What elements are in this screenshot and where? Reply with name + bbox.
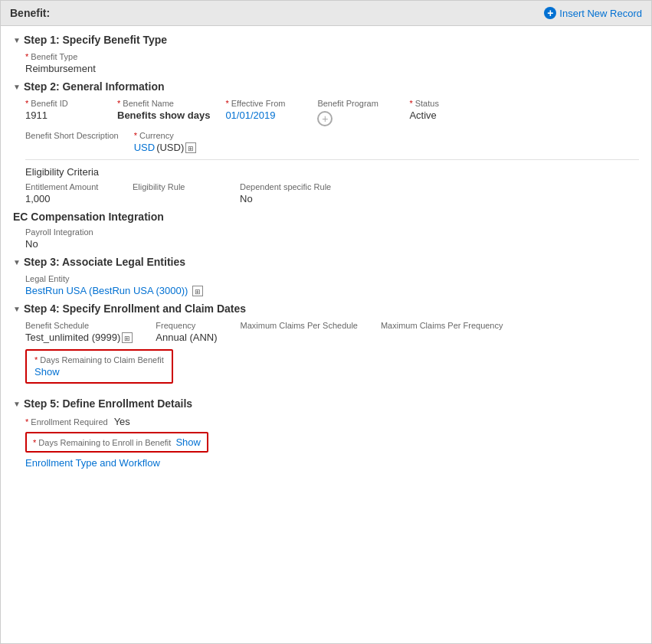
benefit-name-label: Benefit Name	[117, 99, 210, 108]
max-claims-schedule-col: Maximum Claims Per Schedule	[241, 321, 358, 343]
eligibility-criteria-title: Eligibility Criteria	[25, 166, 639, 178]
benefit-id-value: 1911	[25, 110, 102, 121]
step1-body: Benefit Type Reimbursement	[13, 52, 639, 74]
frequency-value: Annual	[156, 332, 186, 343]
eligibility-rule-field: Eligibility Rule	[133, 182, 209, 204]
days-remaining-claim-label: Days Remaining to Claim Benefit	[34, 355, 164, 364]
header-bar: Benefit: + Insert New Record	[1, 1, 651, 26]
legal-entity-value: BestRun USA (BestRun USA (3000))	[25, 285, 188, 296]
legal-entity-field: Legal Entity BestRun USA (BestRun USA (3…	[25, 274, 639, 296]
effective-from-field: Effective From 01/01/2019	[225, 99, 302, 126]
frequency-label: Frequency	[156, 321, 217, 330]
benefit-type-field: Benefit Type Reimbursement	[25, 52, 639, 74]
page-container: Benefit: + Insert New Record ▼ Step 1: S…	[0, 0, 652, 644]
step5-body: Enrollment Required Yes Days Remaining t…	[13, 416, 639, 469]
divider-1	[25, 159, 639, 160]
step4-body: Benefit Schedule Test_unlimited (9999) ⊞…	[13, 321, 639, 391]
status-value: Active	[409, 110, 486, 121]
frequency-code: (ANN)	[189, 332, 217, 343]
benefit-program-field: Benefit Program +	[317, 99, 394, 126]
ec-title: EC Compensation Integration	[13, 211, 639, 223]
dependent-rule-field: Dependent specific Rule No	[240, 182, 331, 204]
legal-entity-value-row: BestRun USA (BestRun USA (3000)) ⊞	[25, 285, 639, 296]
step3-section: ▼ Step 3: Associate Legal Entities Legal…	[13, 256, 639, 296]
step4-title: Step 4: Specify Enrollment and Claim Dat…	[24, 302, 246, 315]
benefit-program-label: Benefit Program	[317, 99, 394, 108]
step3-header: ▼ Step 3: Associate Legal Entities	[13, 256, 639, 268]
step2-section: ▼ Step 2: General Information Benefit ID…	[13, 80, 639, 204]
step5-title: Step 5: Define Enrollment Details	[24, 397, 192, 410]
step1-header: ▼ Step 1: Specify Benefit Type	[13, 34, 639, 46]
eligibility-row: Entitlement Amount 1,000 Eligibility Rul…	[25, 182, 639, 204]
benefit-program-add-button[interactable]: +	[317, 111, 333, 126]
benefit-type-value: Reimbursement	[25, 63, 639, 74]
short-desc-label: Benefit Short Description	[25, 131, 119, 140]
enrollment-required-row: Enrollment Required Yes	[25, 416, 639, 427]
short-desc-field: Benefit Short Description	[25, 131, 119, 153]
dependent-rule-value: No	[240, 193, 331, 204]
currency-field: Currency USD (USD) ⊞	[134, 131, 211, 153]
frequency-value-row: Annual (ANN)	[156, 332, 217, 343]
insert-new-record-label: Insert New Record	[559, 8, 642, 19]
step1-title: Step 1: Specify Benefit Type	[24, 34, 167, 46]
step3-body: Legal Entity BestRun USA (BestRun USA (3…	[13, 274, 639, 296]
step2-title: Step 2: General Information	[24, 80, 165, 93]
step2-body: Benefit ID 1911 Benefit Name Benefits sh…	[13, 99, 639, 204]
benefit-schedule-label: Benefit Schedule	[25, 321, 133, 330]
eligibility-rule-label: Eligibility Rule	[133, 182, 209, 191]
benefit-schedule-value: Test_unlimited (9999)	[25, 332, 120, 343]
step1-section: ▼ Step 1: Specify Benefit Type Benefit T…	[13, 34, 639, 74]
max-claims-frequency-label: Maximum Claims Per Frequency	[381, 321, 503, 330]
step5-section: ▼ Step 5: Define Enrollment Details Enro…	[13, 397, 639, 469]
payroll-value: No	[25, 238, 639, 250]
benefit-id-field: Benefit ID 1911	[25, 99, 102, 126]
days-remaining-enroll-label: Days Remaining to Enroll in Benefit	[33, 438, 171, 447]
max-claims-schedule-label: Maximum Claims Per Schedule	[241, 321, 358, 330]
enrollment-required-value: Yes	[114, 416, 130, 427]
collapse-triangle-5[interactable]: ▼	[13, 400, 21, 408]
benefit-schedule-col: Benefit Schedule Test_unlimited (9999) ⊞	[25, 321, 133, 343]
entitlement-amount-label: Entitlement Amount	[25, 182, 102, 191]
insert-new-record-button[interactable]: + Insert New Record	[544, 7, 642, 19]
currency-table-icon[interactable]: ⊞	[185, 142, 196, 153]
days-remaining-enroll-container: Days Remaining to Enroll in Benefit Show	[25, 432, 208, 453]
collapse-triangle-2[interactable]: ▼	[13, 83, 21, 91]
benefit-type-label: Benefit Type	[25, 52, 639, 61]
status-label: Status	[409, 99, 486, 108]
max-claims-frequency-col: Maximum Claims Per Frequency	[381, 321, 503, 343]
dependent-rule-label: Dependent specific Rule	[240, 182, 331, 191]
benefit-schedule-value-row: Test_unlimited (9999) ⊞	[25, 332, 133, 343]
benefit-name-value: Benefits show days	[117, 110, 210, 121]
schedule-row: Benefit Schedule Test_unlimited (9999) ⊞…	[25, 321, 639, 343]
collapse-triangle-1[interactable]: ▼	[13, 36, 21, 44]
effective-from-value: 01/01/2019	[225, 110, 302, 121]
main-content: ▼ Step 1: Specify Benefit Type Benefit T…	[1, 26, 651, 482]
ec-body: Payroll Integration No	[13, 227, 639, 250]
currency-value: USD	[134, 142, 155, 153]
status-field: Status Active	[409, 99, 486, 126]
plus-circle-icon: +	[544, 7, 556, 19]
currency-code: (USD)	[156, 142, 184, 153]
days-remaining-claim-container: Days Remaining to Claim Benefit Show	[25, 349, 173, 384]
collapse-triangle-3[interactable]: ▼	[13, 258, 21, 266]
step4-section: ▼ Step 4: Specify Enrollment and Claim D…	[13, 302, 639, 391]
payroll-field: Payroll Integration No	[25, 227, 639, 250]
entitlement-amount-value: 1,000	[25, 193, 102, 204]
days-remaining-enroll-show-link[interactable]: Show	[175, 436, 201, 448]
currency-value-row: USD (USD) ⊞	[134, 142, 211, 153]
step3-title: Step 3: Associate Legal Entities	[24, 256, 185, 268]
enrollment-required-label: Enrollment Required	[25, 417, 108, 427]
step2-row1: Benefit ID 1911 Benefit Name Benefits sh…	[25, 99, 639, 126]
collapse-triangle-4[interactable]: ▼	[13, 305, 21, 313]
legal-entity-table-icon[interactable]: ⊞	[192, 286, 203, 296]
entitlement-amount-field: Entitlement Amount 1,000	[25, 182, 102, 204]
step2-row2: Benefit Short Description Currency USD (…	[25, 131, 639, 153]
effective-from-label: Effective From	[225, 99, 302, 108]
step5-header: ▼ Step 5: Define Enrollment Details	[13, 397, 639, 410]
legal-entity-label: Legal Entity	[25, 274, 639, 283]
frequency-col: Frequency Annual (ANN)	[156, 321, 217, 343]
days-remaining-claim-show-link[interactable]: Show	[34, 366, 60, 378]
step4-header: ▼ Step 4: Specify Enrollment and Claim D…	[13, 302, 639, 315]
schedule-table-icon[interactable]: ⊞	[122, 332, 133, 343]
payroll-label: Payroll Integration	[25, 227, 639, 237]
